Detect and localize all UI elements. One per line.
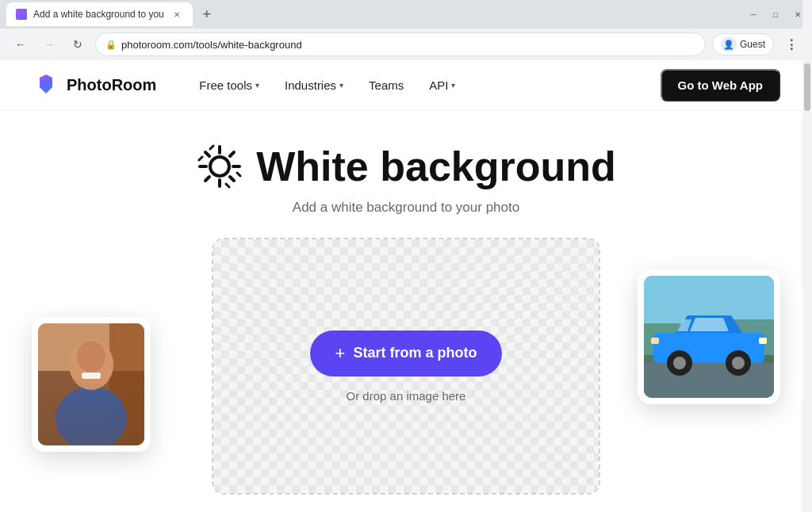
reload-button[interactable]: ↻: [67, 33, 89, 55]
maximize-button[interactable]: □: [768, 6, 783, 22]
nav-item-free-tools[interactable]: Free tools ▾: [188, 72, 270, 98]
minimize-button[interactable]: ─: [745, 6, 761, 22]
chevron-down-icon: ▾: [255, 81, 259, 90]
svg-point-6: [77, 341, 105, 373]
go-to-web-app-button[interactable]: Go to Web App: [661, 69, 780, 101]
window-controls: ─ □ ✕: [745, 6, 806, 22]
nav-item-api[interactable]: API ▾: [418, 72, 466, 98]
hero-gear-icon: [196, 143, 243, 190]
svg-point-16: [732, 357, 745, 369]
more-menu-button[interactable]: ⋮: [780, 33, 802, 55]
tab-close-button[interactable]: ✕: [170, 8, 183, 21]
svg-line-24: [205, 152, 209, 156]
svg-point-4: [56, 387, 127, 445]
svg-line-31: [226, 184, 229, 187]
nav-item-teams[interactable]: Teams: [358, 72, 415, 98]
profile-avatar: 👤: [721, 36, 737, 52]
floating-image-right: [638, 269, 780, 404]
start-from-photo-button[interactable]: + Start from a photo: [310, 331, 503, 376]
plus-icon: +: [335, 343, 346, 364]
nav-item-industries[interactable]: Industries ▾: [274, 72, 354, 98]
svg-line-30: [237, 173, 240, 176]
logo-text: PhotoRoom: [67, 76, 156, 94]
new-tab-button[interactable]: +: [196, 3, 218, 25]
profile-label: Guest: [740, 39, 765, 50]
logo-icon: [32, 71, 60, 100]
hero-section: White background Add a white background …: [0, 111, 812, 510]
tab-bar: Add a white background to you ✕ +: [6, 2, 218, 26]
svg-line-28: [210, 146, 213, 149]
forward-button[interactable]: →: [38, 33, 60, 55]
svg-line-27: [205, 177, 209, 181]
profile-button[interactable]: 👤 Guest: [712, 33, 774, 55]
url-text: photoroom.com/tools/white-background: [121, 39, 695, 51]
upload-area: + Start from a photo Or drop an image he…: [212, 238, 600, 495]
svg-point-19: [210, 157, 229, 176]
url-input[interactable]: 🔒 photoroom.com/tools/white-background: [95, 32, 706, 56]
chevron-down-icon: ▾: [451, 81, 455, 90]
scrollbar-thumb[interactable]: [804, 63, 810, 111]
hero-title-group: White background: [196, 143, 616, 190]
lock-icon: 🔒: [105, 40, 117, 50]
logo[interactable]: PhotoRoom: [32, 71, 156, 100]
floating-image-left: [32, 317, 151, 452]
svg-line-29: [199, 157, 202, 160]
active-tab[interactable]: Add a white background to you ✕: [6, 2, 193, 26]
svg-line-25: [230, 177, 234, 181]
car-photo: [644, 276, 774, 398]
svg-point-14: [673, 357, 686, 369]
drop-zone[interactable]: + Start from a photo Or drop an image he…: [213, 239, 599, 493]
scrollbar[interactable]: [802, 0, 812, 512]
start-button-label: Start from a photo: [353, 345, 477, 361]
svg-line-26: [230, 152, 234, 156]
svg-rect-3: [109, 323, 144, 445]
nav-links: Free tools ▾ Industries ▾ Teams API ▾: [188, 72, 466, 98]
browser-titlebar: Add a white background to you ✕ + ─ □ ✕: [0, 0, 812, 29]
svg-rect-2: [38, 371, 144, 445]
page-title: White background: [256, 146, 616, 187]
drop-text: Or drop an image here: [347, 389, 466, 403]
svg-rect-17: [759, 338, 767, 344]
svg-rect-18: [651, 338, 659, 344]
main-nav: PhotoRoom Free tools ▾ Industries ▾ Team…: [0, 60, 812, 111]
website-content: PhotoRoom Free tools ▾ Industries ▾ Team…: [0, 60, 812, 510]
tab-favicon: [16, 9, 27, 20]
address-bar: ← → ↻ 🔒 photoroom.com/tools/white-backgr…: [0, 29, 812, 60]
back-button[interactable]: ←: [10, 33, 32, 55]
hero-subtitle: Add a white background to your photo: [293, 200, 519, 216]
tab-title: Add a white background to you: [33, 9, 164, 20]
person-photo: [38, 323, 144, 445]
browser-chrome: Add a white background to you ✕ + ─ □ ✕ …: [0, 0, 812, 60]
chevron-down-icon: ▾: [339, 81, 343, 90]
svg-rect-7: [82, 373, 101, 379]
